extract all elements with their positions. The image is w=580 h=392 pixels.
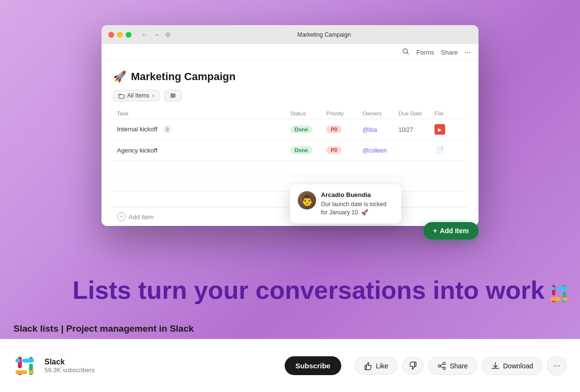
status-cell[interactable]: Done [287, 140, 323, 161]
col-file: File [431, 108, 467, 119]
chat-popup: 👨 Arcadio Buendia Our launch date is loc… [290, 184, 401, 224]
col-priority: Priority [322, 108, 359, 119]
channel-info: Slack 59.3K subscribers [44, 358, 276, 374]
slack-icon [548, 283, 569, 304]
svg-rect-25 [365, 365, 366, 370]
like-label: Like [376, 362, 389, 370]
table-header-row: Task Status Priority Owners Due Date Fil… [113, 108, 467, 119]
avatar: 👨 [298, 191, 316, 210]
browser-window: ← → ⊙ Marketing Campaign Forms Share ⋯ 🚀… [102, 25, 478, 226]
download-icon [491, 362, 500, 370]
svg-point-29 [443, 367, 446, 369]
svg-rect-14 [563, 297, 567, 301]
channel-icon [14, 355, 36, 377]
priority-badge: P0 [326, 126, 341, 133]
chat-message: Our launch date is locked for January 10… [321, 200, 393, 217]
slack-channel-icon [14, 355, 36, 377]
filter-dropdown-icon: ▾ [152, 93, 154, 98]
file-icon[interactable]: ▶ [435, 124, 445, 135]
more-icon: ··· [553, 361, 560, 371]
page-title: Marketing Campaign [131, 70, 235, 83]
task-label: Agency kickoff [117, 147, 158, 154]
duedate-cell: 10/27 [395, 119, 431, 140]
svg-rect-13 [550, 297, 561, 301]
address-bar: Marketing Campaign [176, 31, 472, 38]
like-icon [364, 362, 373, 370]
file-ghost-icon: 📄 [435, 145, 445, 155]
page-title-row: 🚀 Marketing Campaign [113, 70, 467, 83]
video-title: Slack lists | Project management in Slac… [14, 323, 194, 334]
svg-point-6 [172, 94, 173, 95]
share-button[interactable]: Share [441, 49, 458, 56]
add-item-circle-icon: + [117, 212, 126, 221]
owner-link[interactable]: @colleen [362, 147, 387, 154]
task-name-cell: Agency kickoff [113, 140, 287, 161]
like-button[interactable]: Like [355, 357, 398, 375]
table-row: Internal kickoff 9 Done P0 @lisa 10/27 ▶ [113, 119, 467, 140]
chat-content: Arcadio Buendia Our launch date is locke… [321, 191, 393, 217]
chat-author: Arcadio Buendia [321, 191, 393, 198]
status-badge: Done [290, 126, 313, 133]
action-buttons: Like Share Download [355, 356, 566, 376]
add-item-btn-label: Add Item [440, 227, 469, 235]
filter-row: All Items ▾ [113, 90, 467, 101]
download-button[interactable]: Download [482, 357, 542, 375]
svg-rect-22 [29, 370, 34, 374]
svg-rect-2 [119, 95, 124, 98]
bottom-bar: Slack 59.3K subscribers Subscribe Like [0, 339, 580, 392]
all-items-filter[interactable]: All Items ▾ [113, 90, 160, 101]
svg-rect-17 [18, 357, 22, 368]
status-cell[interactable]: Done [287, 119, 323, 140]
priority-cell[interactable]: P0 [322, 140, 359, 161]
col-owners: Owners [359, 108, 395, 119]
col-status: Status [287, 108, 323, 119]
task-name-cell: Internal kickoff 9 [113, 119, 287, 140]
settings-icon [170, 92, 176, 99]
priority-cell[interactable]: P0 [322, 119, 359, 140]
owner-link[interactable]: @lisa [362, 126, 377, 133]
filter-settings[interactable] [164, 90, 182, 101]
svg-line-1 [407, 53, 408, 54]
subscribe-button[interactable]: Subscribe [285, 356, 341, 375]
folder-icon [118, 93, 125, 99]
page-emoji: 🚀 [113, 70, 126, 83]
svg-point-7 [174, 95, 175, 97]
add-item-float-button[interactable]: + Add Item [423, 222, 478, 239]
slack-corner-logo [548, 283, 569, 306]
status-badge: Done [290, 146, 313, 154]
subtask-count: 9 [163, 125, 172, 134]
more-button[interactable]: ··· [547, 356, 566, 376]
channel-name: Slack [44, 358, 276, 366]
back-button[interactable]: ← [139, 30, 149, 39]
close-icon[interactable] [108, 32, 114, 38]
history-button[interactable]: ⊙ [163, 30, 173, 39]
svg-rect-24 [15, 359, 20, 363]
nav-buttons: ← → ⊙ [139, 30, 173, 39]
file-cell[interactable]: ▶ [431, 119, 467, 140]
minimize-icon[interactable] [117, 32, 123, 38]
dislike-button[interactable] [402, 357, 423, 375]
due-date-value: 10/27 [399, 126, 413, 133]
traffic-lights [108, 32, 131, 38]
channel-subscribers: 59.3K subscribers [44, 366, 276, 374]
search-icon[interactable] [402, 48, 409, 56]
task-label: Internal kickoff [117, 126, 158, 133]
share-button[interactable]: Share [428, 357, 477, 375]
add-icon: + [433, 227, 437, 235]
owner-cell[interactable]: @colleen [359, 140, 395, 161]
forward-button[interactable]: → [151, 30, 161, 39]
share-icon [437, 362, 446, 370]
svg-rect-21 [15, 370, 27, 374]
more-options-button[interactable]: ⋯ [464, 49, 471, 56]
priority-badge: P0 [326, 146, 341, 154]
owner-cell[interactable]: @lisa [359, 119, 395, 140]
maximize-icon[interactable] [126, 32, 131, 38]
svg-line-30 [441, 364, 443, 365]
table-row: Agency kickoff Done P0 @colleen 📄 [113, 140, 467, 161]
svg-point-28 [438, 364, 441, 367]
add-item-label: Add Item [129, 213, 154, 221]
svg-rect-16 [550, 287, 555, 290]
forms-button[interactable]: Forms [416, 49, 434, 56]
file-cell: 📄 [431, 140, 467, 161]
col-task: Task [113, 108, 287, 119]
